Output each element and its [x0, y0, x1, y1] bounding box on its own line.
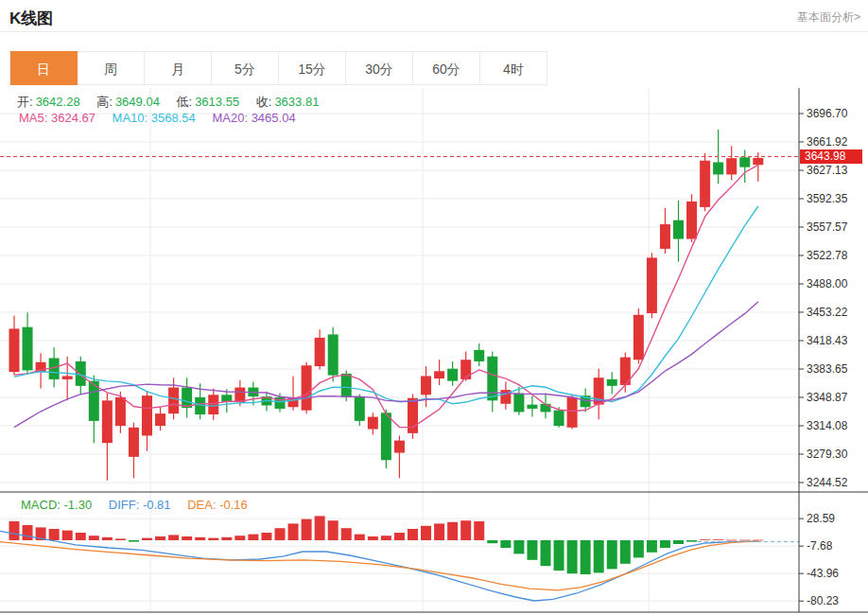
- diff-label: DIFF:: [109, 498, 140, 512]
- price-axis-label: 3661.92: [807, 135, 848, 149]
- open-value: 3642.28: [36, 95, 80, 109]
- ma-legend: MA5: 3624.67 MA10: 3568.54 MA20: 3465.04: [19, 111, 309, 125]
- price-axis-label: 3522.78: [807, 249, 848, 262]
- macd-label: MACD:: [21, 498, 61, 512]
- price-axis-label: 3279.30: [807, 448, 848, 461]
- dea-value: -0.16: [219, 498, 248, 512]
- macd-axis-label: -43.96: [807, 567, 839, 580]
- price-axis-label: 3557.57: [807, 220, 848, 234]
- diff-value: -0.81: [143, 498, 171, 512]
- price-axis-label: 3418.43: [807, 334, 848, 347]
- ohlc-legend: 开:3642.28 高:3649.04 低:3613.55 收:3633.81: [17, 94, 332, 111]
- dea-label: DEA:: [187, 498, 216, 512]
- price-axis-label: 3453.22: [807, 306, 848, 319]
- price-axis-label: 3244.52: [807, 476, 848, 489]
- price-axis-label: 3592.35: [807, 192, 848, 205]
- price-axis-label: 3314.08: [807, 419, 848, 432]
- low-value: 3613.55: [195, 95, 239, 109]
- price-axis-label: 3696.70: [807, 107, 848, 120]
- ma5-value: 3624.67: [51, 111, 95, 125]
- open-label: 开:: [17, 95, 33, 109]
- ma10-value: 3568.54: [151, 111, 196, 125]
- ma20-value: 3465.04: [252, 111, 296, 125]
- kline-page: K线图 基本面分析> 日周月5分15分30分60分4时 3696.703661.…: [0, 0, 868, 615]
- price-axis-label: 3348.87: [807, 391, 848, 404]
- macd-value: -1.30: [64, 498, 93, 512]
- price-axis-label: 3383.65: [807, 362, 848, 376]
- high-value: 3649.04: [115, 95, 160, 109]
- high-label: 高:: [96, 95, 113, 109]
- ma5-label: MA5:: [19, 111, 47, 125]
- current-price-badge: 3643.98: [800, 149, 862, 164]
- kline-chart[interactable]: 3696.703661.923627.133592.353557.573522.…: [0, 0, 868, 615]
- close-label: 收:: [256, 95, 272, 109]
- ma10-label: MA10:: [113, 111, 148, 125]
- macd-axis-label: -80.23: [807, 594, 839, 607]
- ma20-label: MA20:: [212, 111, 248, 125]
- macd-axis-label: -7.68: [807, 539, 833, 553]
- macd-axis-label: 28.59: [807, 512, 835, 525]
- price-axis-label: 3488.00: [807, 277, 848, 290]
- low-label: 低:: [177, 95, 193, 109]
- close-value: 3633.81: [274, 95, 319, 109]
- macd-legend: MACD: -1.30 DIFF: -0.81 DEA: -0.16: [21, 498, 261, 512]
- price-axis-label: 3627.13: [807, 164, 848, 177]
